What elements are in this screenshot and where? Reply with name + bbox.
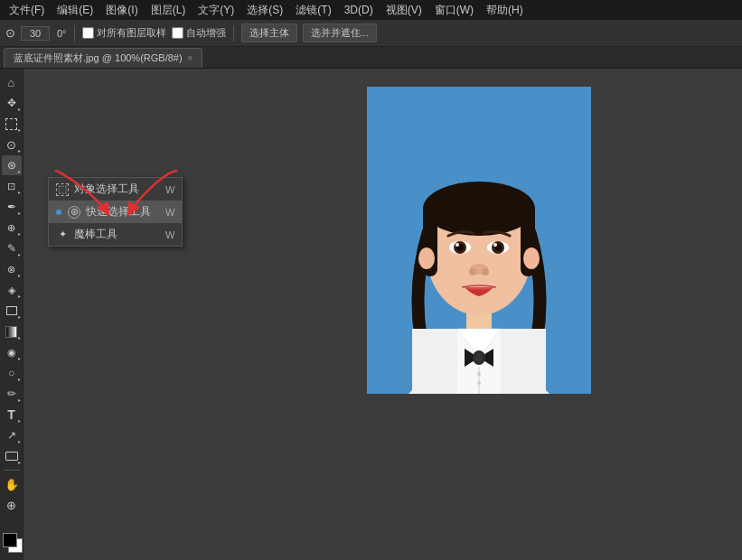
quick-select-menu-icon: ⊛ [68, 206, 80, 219]
blur-icon: ◉ [7, 347, 16, 359]
clone-icon: ⊗ [7, 264, 15, 275]
crop-arrow: ▸ [18, 190, 21, 195]
tool-move[interactable]: ✥ ▸ [2, 93, 22, 113]
brush-size-input[interactable] [21, 26, 50, 41]
quick-select-dot [56, 210, 61, 215]
pen-icon: ✏ [7, 387, 16, 400]
tool-blur[interactable]: ◉ ▸ [2, 342, 22, 362]
zoom-icon: ⊕ [6, 499, 16, 512]
menu-bar: 文件(F) 编辑(E) 图像(I) 图层(L) 文字(Y) 选择(S) 滤镜(T… [0, 0, 742, 20]
tab-bar: 蓝底证件照素材.jpg @ 100%(RGB/8#) × [0, 47, 742, 69]
separator-1 [74, 25, 75, 42]
photo-canvas [367, 87, 591, 394]
all-layers-checkbox[interactable]: 对所有图层取样 [82, 26, 166, 40]
select-and-mask-button[interactable]: 选并并遮住... [303, 23, 377, 42]
tool-dodge[interactable]: ○ ▸ [2, 363, 22, 383]
quick-select-menu-label: 快速选择工具 [86, 204, 151, 219]
svg-point-7 [423, 182, 535, 236]
heal-icon: ⊕ [7, 222, 15, 234]
rect-select-icon [5, 118, 17, 130]
tool-hand[interactable]: ✋ [2, 474, 22, 494]
tab-close-button[interactable]: × [188, 53, 193, 63]
quick-select-shortcut: W [155, 207, 174, 218]
dropdown-item-object-select[interactable]: ⬚ 对象选择工具 W [49, 178, 182, 201]
document-tab[interactable]: 蓝底证件照素材.jpg @ 100%(RGB/8#) × [4, 48, 202, 68]
menu-text[interactable]: 文字(Y) [193, 1, 240, 20]
history-brush-arrow: ▸ [18, 294, 21, 299]
svg-point-20 [482, 268, 489, 275]
text-arrow: ▸ [18, 418, 21, 424]
magic-wand-shortcut: W [155, 229, 174, 240]
gradient-icon [5, 326, 17, 338]
tab-label: 蓝底证件照素材.jpg @ 100%(RGB/8#) [14, 51, 183, 65]
dropdown-item-quick-select[interactable]: ⊛ 快速选择工具 W [49, 201, 182, 223]
tool-pen[interactable]: ✏ ▸ [2, 384, 22, 404]
svg-point-30 [475, 353, 483, 362]
dropdown-item-magic-wand[interactable]: ✦ 魔棒工具 W [49, 223, 182, 246]
tool-shape[interactable]: ▸ [2, 446, 22, 466]
select-subject-button[interactable]: 选择主体 [241, 23, 297, 42]
menu-edit[interactable]: 编辑(E) [52, 1, 99, 20]
tool-gradient[interactable]: ▸ [2, 322, 22, 341]
menu-select[interactable]: 选择(S) [241, 1, 288, 20]
angle-value: 0° [57, 28, 67, 39]
foreground-color-swatch[interactable] [3, 533, 17, 547]
tool-rect-select[interactable]: ▸ [2, 114, 22, 134]
object-select-shortcut: W [155, 184, 174, 195]
pen-arrow: ▸ [18, 397, 21, 403]
tool-lasso[interactable]: ⊙ ▸ [2, 135, 22, 154]
menu-window[interactable]: 窗口(W) [429, 1, 479, 20]
clone-arrow: ▸ [18, 273, 21, 278]
tool-clone[interactable]: ⊗ ▸ [2, 259, 22, 279]
magic-wand-icon: ✦ [56, 229, 69, 241]
object-select-label: 对象选择工具 [74, 182, 139, 197]
shape-arrow: ▸ [18, 460, 21, 465]
tool-eyedropper[interactable]: ✒ ▸ [2, 197, 22, 217]
person-illustration [367, 87, 591, 394]
menu-image[interactable]: 图像(I) [100, 1, 143, 20]
svg-point-17 [493, 243, 497, 247]
tool-history-brush[interactable]: ◈ ▸ [2, 280, 22, 300]
rect-select-arrow: ▸ [18, 127, 21, 133]
brush-arrow: ▸ [18, 252, 21, 257]
auto-enhance-checkbox[interactable]: 自动增强 [172, 26, 226, 40]
main-area: ⌂ ✥ ▸ ▸ ⊙ ▸ ⊛ ▸ ⊡ ▸ ✒ ▸ [0, 69, 742, 560]
menu-view[interactable]: 视图(V) [380, 1, 427, 20]
lasso-icon: ⊙ [6, 138, 16, 152]
tool-text[interactable]: T ▸ [2, 405, 22, 425]
tool-home[interactable]: ⌂ [2, 72, 22, 92]
tool-eraser[interactable]: ▸ [2, 301, 22, 321]
text-icon: T [7, 407, 15, 422]
svg-point-33 [477, 381, 481, 385]
svg-point-32 [477, 372, 481, 376]
path-select-arrow: ▸ [18, 439, 21, 444]
eyedropper-icon: ✒ [7, 201, 16, 213]
tool-heal[interactable]: ⊕ ▸ [2, 218, 22, 238]
options-bar: ⊙ 0° 对所有图层取样 自动增强 选择主体 选并并遮住... [0, 20, 742, 47]
menu-file[interactable]: 文件(F) [4, 1, 50, 20]
tool-path-select[interactable]: ↗ ▸ [2, 425, 22, 445]
gradient-arrow: ▸ [18, 335, 21, 341]
magic-wand-label: 魔棒工具 [74, 227, 117, 242]
separator-2 [233, 25, 234, 42]
quick-select-arrow: ▸ [18, 169, 21, 174]
svg-point-19 [469, 268, 476, 275]
move-icon: ✥ [7, 97, 16, 109]
svg-point-22 [523, 247, 540, 269]
lasso-arrow: ▸ [18, 148, 21, 154]
tool-quick-select[interactable]: ⊛ ▸ [2, 155, 22, 175]
menu-3d[interactable]: 3D(D) [339, 2, 379, 18]
shape-icon [5, 452, 18, 461]
tool-zoom[interactable]: ⊕ [2, 495, 22, 515]
history-brush-icon: ◈ [8, 285, 15, 296]
tool-brush[interactable]: ✎ ▸ [2, 238, 22, 258]
menu-filter[interactable]: 滤镜(T) [290, 1, 336, 20]
svg-rect-26 [501, 329, 546, 394]
menu-help[interactable]: 帮助(H) [481, 1, 529, 20]
menu-layer[interactable]: 图层(L) [146, 1, 192, 20]
eraser-arrow: ▸ [18, 314, 21, 320]
crop-icon: ⊡ [7, 181, 15, 192]
blur-arrow: ▸ [18, 356, 21, 361]
brush-icon: ✎ [7, 242, 16, 255]
tool-crop[interactable]: ⊡ ▸ [2, 176, 22, 196]
